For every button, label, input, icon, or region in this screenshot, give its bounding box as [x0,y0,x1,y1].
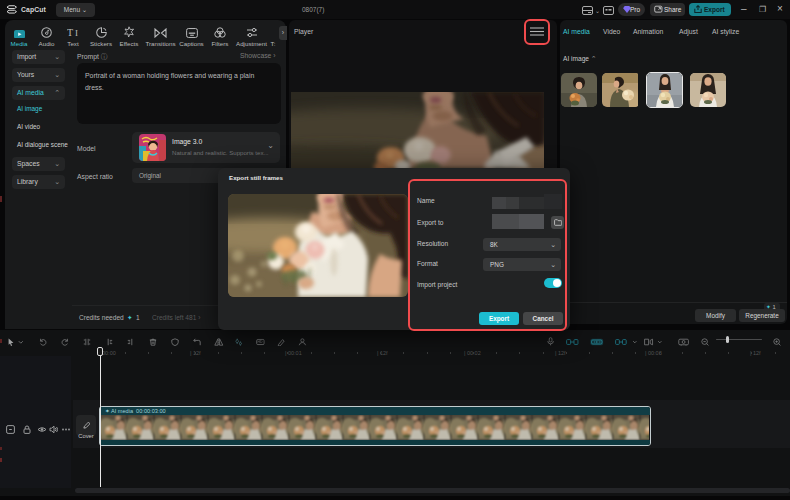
svg-text:HD: HD [258,340,263,344]
svg-text:T: T [67,27,73,38]
svg-text:I: I [75,28,78,38]
